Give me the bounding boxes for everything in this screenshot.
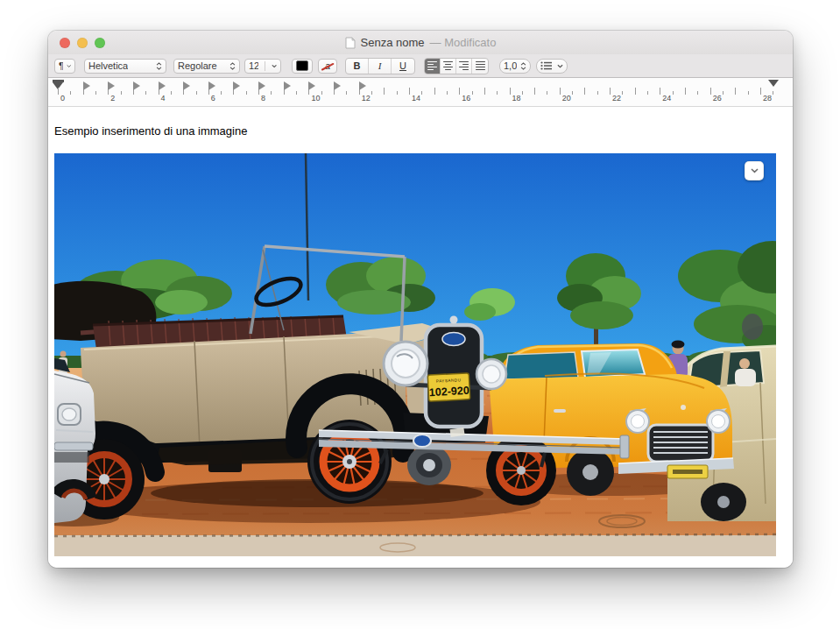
black-color-swatch — [296, 60, 308, 71]
ruler-tick — [660, 88, 660, 95]
ruler-tick — [196, 91, 197, 95]
ruler-tick — [421, 91, 422, 95]
line-spacing-control[interactable]: 1,0 — [499, 59, 531, 74]
font-family-select[interactable]: Helvetica — [84, 59, 166, 74]
font-size-value: 12 — [249, 60, 258, 71]
ruler-number: 18 — [512, 94, 521, 102]
tab-stop-marker[interactable] — [159, 81, 166, 90]
chevron-down-icon — [272, 64, 277, 68]
ruler-tick — [748, 91, 749, 95]
ruler-tick — [145, 91, 146, 95]
ruler-tick — [371, 91, 372, 95]
ruler-tick — [271, 91, 272, 95]
italic-button[interactable]: I — [369, 59, 392, 74]
list-style-button[interactable] — [536, 59, 568, 74]
zoom-button[interactable] — [95, 38, 105, 48]
ruler-tick — [409, 88, 410, 95]
title-bar[interactable]: Senza nome — Modificato — [48, 31, 793, 54]
ruler-number: 26 — [713, 94, 722, 102]
line-spacing-value: 1,0 — [504, 60, 517, 71]
font-family-value: Helvetica — [88, 60, 128, 71]
ruler-tick — [346, 91, 347, 95]
ruler-tick — [447, 91, 448, 95]
tab-stop-marker[interactable] — [308, 81, 315, 90]
tab-stop-marker[interactable] — [233, 81, 240, 90]
ruler-number: 24 — [662, 94, 671, 102]
tab-stop-marker[interactable] — [83, 81, 90, 90]
ruler-tick — [622, 91, 623, 95]
svg-text:102-920: 102-920 — [428, 385, 469, 399]
ruler-tick — [723, 91, 724, 95]
ruler-tick — [484, 88, 485, 95]
ruler-number: 10 — [311, 94, 320, 102]
tab-stop-marker[interactable] — [359, 81, 366, 90]
title-modified-text: — Modificato — [430, 36, 497, 49]
ruler-number: 8 — [261, 94, 265, 102]
tab-stop-marker[interactable] — [334, 81, 341, 90]
ruler-tick — [572, 91, 573, 95]
align-left-button[interactable] — [425, 59, 441, 74]
text-area[interactable]: Esempio inserimento di una immagine — [48, 124, 793, 568]
ruler-tick — [673, 91, 674, 95]
ruler-tick — [472, 91, 473, 95]
ruler-tick — [171, 91, 172, 95]
font-style-value: Regolare — [178, 60, 217, 71]
tab-stop-marker[interactable] — [284, 81, 291, 90]
underline-button[interactable]: U — [392, 59, 414, 74]
tab-stop-marker[interactable] — [108, 81, 115, 90]
close-button[interactable] — [60, 38, 70, 48]
ruler-number: 4 — [161, 94, 166, 102]
ruler-tick — [710, 88, 711, 95]
ruler-tick — [522, 91, 523, 95]
align-justify-icon — [476, 61, 485, 70]
pilcrow-icon: ¶ — [59, 60, 63, 71]
align-right-button[interactable] — [456, 59, 472, 74]
ruler-tick — [735, 88, 736, 95]
ruler-number: 20 — [562, 94, 571, 102]
text-color-well[interactable] — [292, 59, 313, 74]
window-title: Senza nome — Modificato — [345, 36, 497, 49]
tab-stop-marker[interactable] — [208, 81, 215, 90]
ruler-tick — [434, 88, 435, 95]
tab-stop-marker[interactable] — [258, 81, 265, 90]
tab-stop-marker[interactable] — [133, 81, 140, 90]
ruler-tick — [647, 91, 648, 95]
paragraph-text[interactable]: Esempio inserimento di una immagine — [54, 124, 793, 138]
align-justify-button[interactable] — [472, 59, 488, 74]
tab-stop-marker[interactable] — [183, 81, 190, 90]
font-style-select[interactable]: Regolare — [173, 59, 240, 74]
align-center-button[interactable] — [441, 59, 456, 74]
ruler-tick — [384, 88, 385, 95]
traffic-lights — [60, 38, 105, 48]
inline-image-vintage-cars[interactable]: PAYSANDU 102-920 — [54, 153, 776, 556]
ruler-number: 6 — [211, 94, 215, 102]
silver-car — [54, 358, 95, 523]
ruler-tick — [121, 91, 122, 95]
ruler-tick — [635, 88, 636, 95]
bold-button[interactable]: B — [346, 59, 369, 74]
align-right-icon — [459, 61, 469, 70]
ruler-tick — [697, 91, 698, 95]
ruler-tick — [95, 91, 96, 95]
background-color-button[interactable]: a — [318, 59, 337, 74]
paragraph-styles-button[interactable]: ¶ — [54, 59, 75, 74]
ruler-tick — [221, 91, 222, 95]
ruler-number: 12 — [362, 94, 371, 102]
ruler[interactable]: 0246810121416182022242628 — [48, 78, 793, 107]
format-toolbar: ¶ Helvetica Regolare 12 — [48, 54, 793, 78]
font-size-select[interactable]: 12 — [244, 59, 281, 74]
minimize-button[interactable] — [77, 38, 88, 48]
document-icon — [345, 37, 356, 49]
ruler-number: 0 — [60, 94, 65, 102]
ruler-tick — [584, 88, 585, 95]
image-actions-button[interactable] — [745, 161, 764, 180]
ruler-tick — [773, 91, 773, 95]
ruler-tick — [296, 91, 297, 95]
ruler-tick — [58, 88, 59, 95]
ruler-tick — [397, 91, 398, 95]
ruler-tick — [497, 91, 498, 95]
right-indent-marker[interactable] — [768, 80, 779, 87]
text-style-group: B I U — [345, 58, 415, 74]
chevron-down-icon — [67, 64, 71, 68]
ruler-tick — [321, 91, 322, 95]
